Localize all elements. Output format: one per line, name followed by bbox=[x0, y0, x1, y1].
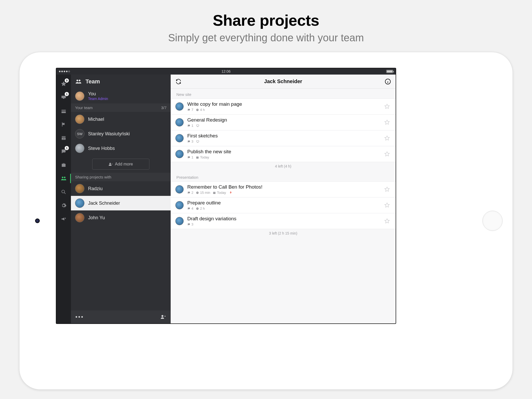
home-button[interactable] bbox=[482, 211, 503, 231]
assignee-avatar bbox=[175, 102, 184, 111]
due-date: Today bbox=[196, 155, 209, 159]
nav-item-settings[interactable] bbox=[56, 199, 71, 212]
add-person-icon[interactable] bbox=[160, 314, 166, 320]
more-button[interactable] bbox=[76, 316, 83, 318]
nav-item-announce[interactable] bbox=[56, 212, 71, 226]
task-row[interactable]: Prepare outline 42 h bbox=[171, 197, 396, 213]
briefcase-icon bbox=[61, 162, 66, 168]
user-role: Team Admin bbox=[88, 97, 108, 101]
sidebar-item-share[interactable]: John Yu bbox=[71, 210, 171, 225]
star-button[interactable] bbox=[383, 118, 391, 126]
nav-item-briefcase[interactable] bbox=[56, 158, 71, 172]
star-button[interactable] bbox=[383, 217, 391, 225]
gear-icon bbox=[61, 203, 66, 208]
svg-rect-14 bbox=[213, 192, 216, 194]
group-label: Presentation bbox=[171, 171, 396, 182]
main-header: Jack Schneider bbox=[171, 75, 396, 89]
task-row[interactable]: Draft design variations 3 bbox=[171, 213, 396, 229]
nav-item-flag[interactable] bbox=[56, 118, 71, 131]
task-row[interactable]: General Redesign 1 bbox=[171, 114, 396, 130]
device-frame: 12:06 9 1 29 bbox=[19, 52, 513, 390]
nav-item-team[interactable] bbox=[56, 172, 71, 185]
sidebar-item-you[interactable]: You Team Admin bbox=[71, 89, 171, 103]
info-icon bbox=[385, 78, 391, 85]
section-count: 3/7 bbox=[161, 105, 167, 110]
svg-point-3 bbox=[62, 190, 65, 193]
signal-dots-icon bbox=[59, 71, 70, 72]
stack-icon bbox=[61, 108, 66, 114]
nav-rail: 9 1 29 1 bbox=[56, 75, 71, 323]
task-row[interactable]: Remember to Call Ben for Photos! 215 min… bbox=[171, 181, 396, 197]
screen-icon bbox=[196, 140, 200, 143]
comments-count: 3 bbox=[187, 222, 193, 226]
add-more-button[interactable]: Add more bbox=[92, 159, 149, 170]
task-row[interactable]: Publish the new site 1Today bbox=[171, 146, 396, 162]
task-title: Publish the new site bbox=[187, 149, 380, 155]
group-summary: 3 left (2 h 15 min) bbox=[171, 229, 396, 238]
avatar bbox=[75, 198, 84, 208]
group-summary: 4 left (4 h) bbox=[171, 162, 396, 171]
badge: 1 bbox=[65, 92, 69, 96]
main-title: Jack Schneider bbox=[264, 78, 302, 84]
sidebar-item-member[interactable]: Michael bbox=[71, 112, 171, 127]
sidebar-title: Team bbox=[85, 78, 100, 85]
duration: 2 h bbox=[196, 207, 205, 210]
svg-rect-12 bbox=[196, 156, 199, 158]
nav-item-stack[interactable] bbox=[56, 104, 71, 118]
comments-count: 1 bbox=[187, 124, 193, 128]
member-name: Michael bbox=[88, 117, 104, 122]
team-icon bbox=[75, 78, 82, 85]
svg-point-2 bbox=[64, 177, 65, 178]
avatar bbox=[75, 184, 84, 193]
info-button[interactable] bbox=[384, 77, 392, 86]
refresh-button[interactable] bbox=[174, 77, 183, 86]
member-name: Stanley Wasiutyński bbox=[88, 131, 130, 137]
share-name: John Yu bbox=[88, 215, 105, 221]
assignee-avatar bbox=[175, 201, 184, 209]
status-time: 12:06 bbox=[221, 69, 230, 74]
task-title: First sketches bbox=[187, 133, 380, 139]
main-panel: Jack Schneider New site Write copy for m… bbox=[171, 75, 396, 323]
star-button[interactable] bbox=[383, 103, 391, 110]
section-label: Sharing projects with bbox=[75, 175, 111, 179]
avatar bbox=[75, 115, 84, 124]
badge: 9 bbox=[65, 78, 69, 83]
star-button[interactable] bbox=[383, 185, 391, 193]
section-label: Your team bbox=[75, 105, 93, 110]
sidebar-item-member[interactable]: SW Stanley Wasiutyński bbox=[71, 127, 171, 141]
nav-item-chat[interactable]: 1 bbox=[56, 145, 71, 158]
calendar-icon: 29 bbox=[61, 135, 66, 141]
svg-rect-11 bbox=[197, 141, 199, 142]
assignee-avatar bbox=[175, 185, 184, 194]
star-button[interactable] bbox=[383, 134, 391, 142]
task-list[interactable]: New site Write copy for main page 74 h G… bbox=[171, 89, 396, 323]
sidebar-item-share[interactable]: Jack Schneider bbox=[71, 196, 171, 210]
duration: 4 h bbox=[196, 108, 205, 112]
refresh-icon bbox=[175, 78, 182, 85]
sidebar-bottombar bbox=[71, 310, 171, 323]
star-button[interactable] bbox=[383, 201, 391, 209]
add-more-label: Add more bbox=[115, 162, 133, 167]
nav-item-inbox[interactable]: 1 bbox=[56, 91, 71, 104]
task-title: Write copy for main page bbox=[187, 101, 380, 107]
task-row[interactable]: Write copy for main page 74 h bbox=[171, 98, 396, 115]
search-icon bbox=[61, 189, 66, 195]
comments-count: 7 bbox=[187, 108, 193, 112]
sidebar: Team You Team Admin Your team 3/7 Michae… bbox=[71, 75, 171, 323]
task-row[interactable]: First sketches 3 bbox=[171, 130, 396, 146]
hero: Share projects Simply get everything don… bbox=[0, 0, 532, 44]
sidebar-item-share[interactable]: Radziu bbox=[71, 181, 171, 196]
sidebar-section-team: Your team 3/7 bbox=[71, 103, 171, 112]
star-button[interactable] bbox=[383, 150, 391, 158]
avatar bbox=[75, 213, 84, 222]
nav-item-starred[interactable]: 9 bbox=[56, 77, 71, 91]
comments-count: 2 bbox=[187, 191, 193, 195]
share-name: Radziu bbox=[88, 186, 103, 191]
nav-item-search[interactable] bbox=[56, 185, 71, 199]
sidebar-item-member[interactable]: Steve Hobbs bbox=[71, 141, 171, 156]
svg-point-6 bbox=[110, 163, 111, 164]
share-name: Jack Schneider bbox=[88, 201, 120, 206]
group-label: New site bbox=[171, 89, 396, 99]
svg-rect-10 bbox=[197, 125, 199, 126]
nav-item-calendar[interactable]: 29 bbox=[56, 131, 71, 145]
